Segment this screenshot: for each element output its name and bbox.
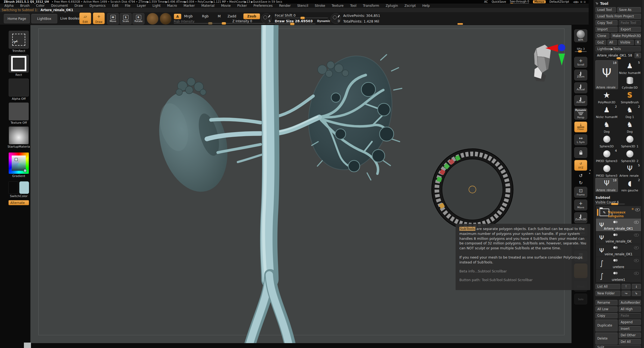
menu-zplugin[interactable]: Zplugin	[383, 4, 401, 8]
tool-thumb-nickz-humanm[interactable]: ♟5Nickz_humanM	[618, 60, 641, 74]
tool-thumb-pm3d-sphere3[interactable]: 4PM3D_Sphere3	[595, 148, 618, 163]
material-thumb[interactable]	[9, 126, 29, 144]
menu-file[interactable]: File	[122, 4, 134, 8]
scale-button[interactable]: SScale	[120, 13, 132, 24]
color-picker-gradient[interactable]	[9, 153, 29, 174]
anchor-a-button[interactable]: A	[174, 14, 181, 19]
quicksave-button[interactable]: QuickSave	[492, 0, 506, 3]
tool-thumb-artere-renale-[interactable]: Ψ5Artere_renale_	[618, 163, 641, 177]
menu-preferences[interactable]: Preferences	[250, 4, 276, 8]
stroke-icon[interactable]: S	[261, 13, 272, 24]
tool-thumb-cylinder3d[interactable]: Cylinder3D	[618, 75, 641, 89]
shelf-lock-button[interactable]	[574, 147, 587, 158]
menu-alpha[interactable]: Alpha	[1, 4, 17, 8]
tool-thumb-polymesh3d[interactable]: ★PolyMesh3D	[595, 90, 618, 104]
secondary-color-swatch[interactable]	[19, 181, 29, 194]
tool-thumb-pm3d-sphere3[interactable]: PM3D_Sphere3	[595, 163, 618, 177]
save-as-button[interactable]: Save As	[617, 7, 641, 13]
tool-slot-handle[interactable]	[617, 57, 621, 59]
menu-draw[interactable]: Draw	[71, 4, 86, 8]
lightbox-button[interactable]: LightBox	[31, 14, 57, 23]
menu-help[interactable]: Help	[419, 4, 433, 8]
shelf-persp-button[interactable]: DynamicPersp	[574, 108, 587, 120]
texture-thumb[interactable]	[9, 102, 29, 120]
alpha-thumb[interactable]	[9, 79, 29, 97]
subtool-folder-row[interactable]: ✎ 3 Vaisseaux sanguins ✳	[596, 206, 641, 219]
menu-macro[interactable]: Macro	[164, 4, 180, 8]
rgb-button[interactable]: Rgb	[202, 14, 209, 18]
shelf-bpr-button[interactable]: BPR	[574, 29, 587, 42]
paint-toggle-icon[interactable]	[613, 234, 618, 236]
home-page-button[interactable]: Home Page	[4, 14, 30, 23]
shelf-aahalf-button[interactable]: AAHalf	[574, 95, 587, 106]
shelf-spix-3-button[interactable]: SPix 3	[574, 44, 587, 55]
del-other-button[interactable]: Del Other	[619, 333, 641, 338]
rgb-intensity-handle[interactable]	[208, 22, 213, 25]
axis-gizmo[interactable]	[545, 42, 569, 67]
brush-wheel[interactable]	[429, 146, 516, 233]
live-boolean-button[interactable]: Live Boolean	[60, 14, 82, 23]
shelf-move-button[interactable]: +Move	[574, 200, 587, 210]
tray-texture-off[interactable]: Texture Off	[8, 102, 30, 125]
menus-button[interactable]: Menus	[533, 0, 546, 3]
subtool-down-icon[interactable]: ↓	[632, 284, 641, 289]
menu-light[interactable]: Light	[149, 4, 164, 8]
move-out-folder-icon[interactable]: ↪	[621, 291, 631, 296]
shelf-solo-button[interactable]: Solo	[574, 294, 587, 304]
mrgb-button[interactable]: Mrgb	[184, 14, 193, 18]
z-intensity-handle[interactable]	[222, 22, 226, 25]
material-preview[interactable]	[160, 13, 172, 25]
dynamic-toggle[interactable]: Dynamic	[317, 20, 330, 23]
tool-thumb-artere-r-nale-[interactable]: Ψ18Artere_rénale_	[595, 60, 618, 89]
color-picker[interactable]: Gradient	[8, 153, 30, 178]
subtool-eye-icon[interactable]	[634, 221, 639, 224]
paint-toggle-icon[interactable]	[613, 272, 618, 274]
delete-button[interactable]: Delete	[595, 333, 618, 344]
draw-button[interactable]: + Draw	[93, 13, 105, 24]
menu-stroke[interactable]: Stroke	[311, 4, 328, 8]
folder-name[interactable]: Vaisseaux sanguins	[608, 210, 641, 218]
split-button[interactable]: Split	[595, 345, 641, 348]
main-color-swatch[interactable]	[8, 181, 18, 194]
active-tool-slot[interactable]: Artere_rénale_OK1. 58	[595, 53, 633, 58]
draw-d-icon[interactable]: D	[331, 13, 341, 24]
tool-thumb-sphere3d[interactable]: Sphere3D	[595, 134, 618, 148]
focal-shift-slider[interactable]: Focal Shift 0	[275, 13, 296, 17]
folder-eye-icon[interactable]	[635, 208, 640, 211]
window-icons[interactable]: ◂▮▮▸ ⊞ ⊟	[573, 1, 586, 3]
subtool-row-uretere1[interactable]: ∫uretere1	[596, 270, 641, 282]
copy-subtool-button[interactable]: Copy	[595, 313, 618, 318]
tool-thumb-simplebrush[interactable]: SSimpleBrush	[618, 90, 641, 104]
shelf-xyz-button[interactable]: ↺XYZ	[574, 160, 587, 171]
shelf-rotcw-button[interactable]: ↻	[574, 180, 587, 186]
move-into-folder-icon[interactable]: ↳	[632, 291, 641, 296]
list-all-button[interactable]: List All	[595, 284, 620, 289]
zsub-button[interactable]: Zsub	[243, 13, 260, 19]
shelf-scroll-button[interactable]: +Scroll	[574, 57, 587, 68]
subtool-row-uretere[interactable]: ∫uretere	[596, 257, 641, 270]
menu-edit[interactable]: Edit	[109, 4, 122, 8]
menu-document[interactable]: Document	[48, 4, 71, 8]
see-through-slider[interactable]: See-through 0	[510, 0, 529, 4]
tool-thumb-sphere3d-2[interactable]: Sphere3D_2	[618, 148, 641, 163]
clone-button[interactable]: Clone	[595, 33, 610, 39]
rotate-button[interactable]: RRotate	[132, 13, 144, 24]
subtool-row-artere-r-nale-ok1[interactable]: ΨArtere_rénale_OK1	[596, 219, 641, 231]
brush-preview[interactable]	[147, 13, 159, 25]
goz-visible-button[interactable]: Visible	[618, 40, 634, 45]
viewport-canvas[interactable]	[30, 25, 572, 343]
menu-picker[interactable]: Picker	[234, 4, 250, 8]
import-button[interactable]: Import	[595, 27, 618, 32]
menu-marker[interactable]: Marker	[180, 4, 198, 8]
menu-zscript[interactable]: Zscript	[401, 4, 419, 8]
folder-gear-icon[interactable]: ✳	[631, 207, 634, 211]
tool-thumb-rein-gauche[interactable]: ◖2rein gauche	[618, 178, 641, 192]
menu-dynamics[interactable]: Dynamics	[86, 4, 109, 8]
menu-transform[interactable]: Transform	[360, 4, 383, 8]
menu-color[interactable]: Color	[33, 4, 48, 8]
panel-divider-handle[interactable]: ◂▸	[589, 169, 591, 175]
tray-alpha-off[interactable]: Alpha Off	[8, 79, 30, 101]
subtool-section-header[interactable]: Subtool	[595, 195, 641, 200]
subtool-eye-icon[interactable]	[634, 259, 639, 262]
insert-button[interactable]: Insert	[619, 326, 641, 331]
